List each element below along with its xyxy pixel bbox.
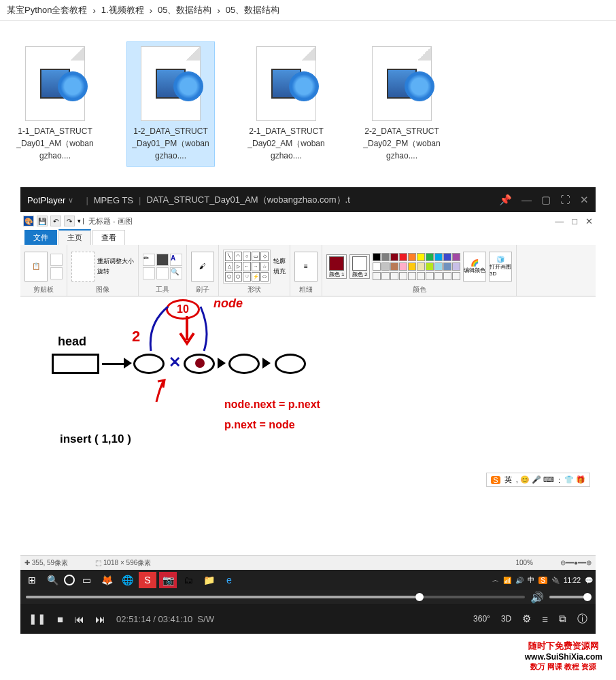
player-titlebar[interactable]: PotPlayer ∨ | MPEG TS | DATA_STRUCT_Day0… (20, 188, 596, 212)
zoom-slider[interactable]: ⊖━━●━━⊕ (560, 559, 592, 566)
swatch[interactable] (434, 262, 443, 271)
search-icon[interactable]: 🔍 (44, 572, 61, 588)
edit-colors-button[interactable]: 🌈编辑颜色 (463, 252, 486, 282)
taskbar-chrome[interactable]: 🌐 (118, 572, 136, 588)
brush-button[interactable]: 🖌 (191, 252, 214, 282)
paint-min-icon[interactable]: — (555, 216, 564, 226)
thickness-button[interactable]: ≡ (294, 252, 318, 282)
tray-notif-icon[interactable]: 💬 (585, 577, 593, 584)
color2-button[interactable]: 颜色 2 (349, 254, 370, 279)
swatch[interactable] (443, 253, 451, 261)
fill-icon[interactable] (156, 254, 169, 266)
open-3d-button[interactable]: 🧊打开画图 3D (489, 252, 512, 282)
next-button[interactable]: ⏭ (95, 613, 105, 625)
resize-button[interactable]: 重新调整大小 (97, 257, 134, 266)
taskbar-app-4[interactable]: 🗂 (179, 572, 197, 588)
taskbar-edge[interactable]: e (220, 572, 238, 588)
volume-slider[interactable] (549, 596, 590, 598)
copy-icon[interactable] (50, 267, 63, 279)
swatch[interactable] (399, 262, 407, 271)
swatch[interactable] (434, 253, 443, 261)
bc-2[interactable]: 05、数据结构 (158, 4, 211, 16)
swatch[interactable] (373, 253, 381, 261)
rotate-button[interactable]: 旋转 (97, 267, 134, 276)
paint-canvas[interactable]: head ✕ 10 node 2 node.next = p.next p.ne… (20, 296, 596, 555)
file-item-2[interactable]: 2-1_DATA_STRUCT_Day02_AM（wobangzhao.... (242, 41, 330, 167)
zoom-level[interactable]: 100% (515, 559, 533, 566)
swatch[interactable] (399, 253, 407, 261)
swatch[interactable] (417, 262, 425, 271)
fullscreen-icon[interactable]: ⛶ (560, 194, 570, 206)
qat-customize-icon[interactable]: ▾ | (78, 218, 84, 224)
save-icon[interactable]: 💾 (37, 216, 48, 226)
swatch[interactable] (408, 253, 416, 261)
tab-home[interactable]: 主页 (58, 229, 91, 245)
tray-clock[interactable]: 11:22 (564, 577, 581, 584)
fill-button[interactable]: 填充 (273, 267, 286, 276)
taskbar-explorer[interactable]: 📁 (200, 572, 218, 588)
paste-button[interactable]: 📋 (24, 252, 48, 282)
close-icon[interactable]: ✕ (580, 194, 589, 206)
tray-volume-icon[interactable]: 🔊 (515, 577, 524, 584)
tray-lang[interactable]: 中 (528, 575, 534, 585)
playlist-icon[interactable]: ≡ (542, 613, 548, 625)
swatch[interactable] (417, 253, 425, 261)
prev-button[interactable]: ⏮ (74, 613, 84, 625)
shapes-gallery[interactable]: ╲◠○▭◇ △▷←→☆ ⬠⬡♡⚡⬭ (223, 250, 271, 284)
rotate-button[interactable]: 360° (473, 614, 490, 624)
taskbar-app-1[interactable]: 🦊 (98, 572, 116, 588)
swatch[interactable] (426, 262, 434, 271)
cut-icon[interactable] (50, 254, 63, 266)
picker-icon[interactable] (156, 267, 169, 279)
redo-icon[interactable]: ↷ (64, 216, 75, 226)
swatch[interactable] (452, 253, 460, 261)
swatch[interactable] (408, 262, 416, 271)
info-icon[interactable]: ⓘ (577, 613, 587, 626)
swatch[interactable] (381, 253, 390, 261)
color-palette[interactable] (373, 253, 460, 280)
paint-close-icon[interactable]: ✕ (585, 216, 593, 226)
3d-button[interactable]: 3D (501, 614, 511, 624)
tray-wifi-icon[interactable]: 📶 (503, 577, 511, 584)
file-item-3[interactable]: 2-2_DATA_STRUCT_Day02_PM（wobangzhao.... (358, 41, 446, 167)
swatch[interactable] (390, 253, 398, 261)
undo-icon[interactable]: ↶ (50, 216, 61, 226)
minimize-icon[interactable]: — (521, 194, 532, 206)
pause-button[interactable]: ❚❚ (29, 613, 46, 625)
taskbar-app-2[interactable]: S (139, 572, 156, 588)
taskview-icon[interactable]: ▭ (78, 572, 95, 588)
color1-button[interactable]: 颜色 1 (326, 254, 347, 279)
select-button[interactable] (71, 252, 95, 282)
swatch[interactable] (426, 253, 434, 261)
taskbar-app-3[interactable]: 📷 (159, 572, 177, 588)
pin-icon[interactable]: 📌 (499, 194, 512, 206)
tray-power-icon[interactable]: 🔌 (551, 577, 560, 584)
volume-icon[interactable]: 🔊 (530, 591, 544, 604)
cortana-icon[interactable] (64, 575, 75, 585)
bc-1[interactable]: 1.视频教程 (101, 4, 144, 16)
windows-taskbar[interactable]: ⊞ 🔍 ▭ 🦊 🌐 S 📷 🗂 📁 e ︿ 📶 🔊 中 S 🔌 11:22 💬 (20, 570, 596, 590)
stop-button[interactable]: ■ (57, 613, 63, 625)
ime-bar[interactable]: S 英, 😊 🎤 ⌨ : 👕 🎁 (486, 473, 590, 487)
chevron-down-icon[interactable]: ∨ (68, 196, 73, 205)
file-item-1[interactable]: 1-2_DATA_STRUCT_Day01_PM（wobangzhao.... (126, 41, 215, 167)
swatch[interactable] (390, 262, 398, 271)
paint-max-icon[interactable]: □ (572, 216, 577, 226)
tab-file[interactable]: 文件 (24, 230, 57, 245)
tab-view[interactable]: 查看 (92, 230, 125, 245)
start-icon[interactable]: ⊞ (23, 572, 41, 588)
bc-0[interactable]: 某宝Python全套教程 (7, 4, 87, 16)
zoom-icon[interactable]: 🔍 (170, 267, 182, 279)
paint-titlebar[interactable]: 🎨 💾 ↶ ↷ ▾ | 无标题 - 画图 — □ ✕ (20, 212, 596, 230)
maximize-icon[interactable]: ▢ (541, 194, 551, 206)
settings-icon[interactable]: ⚙ (522, 613, 531, 625)
bc-3[interactable]: 05、数据结构 (226, 4, 279, 16)
breadcrumb[interactable]: 某宝Python全套教程› 1.视频教程› 05、数据结构› 05、数据结构 (0, 0, 616, 21)
eraser-icon[interactable] (143, 267, 155, 279)
tray-chevron-icon[interactable]: ︿ (492, 575, 499, 585)
decode-mode[interactable]: S/W (197, 614, 214, 624)
swatch[interactable] (381, 262, 390, 271)
tray-sogou-icon[interactable]: S (538, 577, 547, 584)
swatch[interactable] (373, 262, 381, 271)
file-item-0[interactable]: 1-1_DATA_STRUCT_Day01_AM（wobangzhao.... (11, 41, 99, 167)
